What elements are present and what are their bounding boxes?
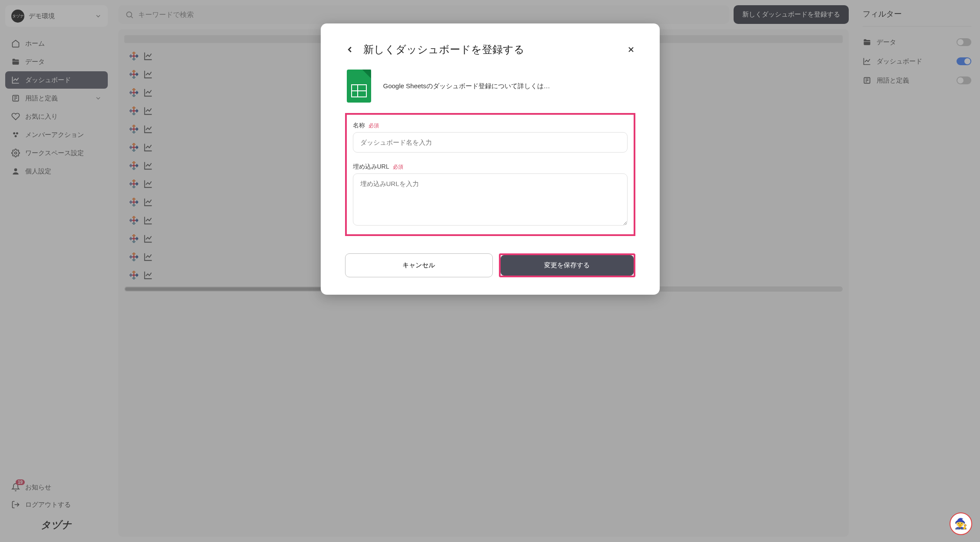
modal-info-text: Google Sheetsのダッシュボード登録について詳しくは… [383,82,550,90]
modal-title: 新しくダッシュボードを登録する [363,43,618,57]
required-tag: 必須 [369,122,379,130]
cancel-button[interactable]: キャンセル [345,253,493,277]
url-label: 埋め込みURL [353,163,389,171]
form-highlight: 名称 必須 埋め込みURL 必須 [345,113,635,236]
dashboard-name-input[interactable] [353,132,628,153]
name-label: 名称 [353,122,365,130]
close-icon[interactable] [627,45,635,54]
help-avatar[interactable]: 🧙 [950,512,972,535]
google-sheets-icon [347,70,371,103]
register-dashboard-modal: 新しくダッシュボードを登録する Google Sheetsのダッシュボード登録に… [321,23,660,295]
required-tag: 必須 [393,163,403,171]
save-highlight: 変更を保存する [499,253,635,277]
embed-url-input[interactable] [353,173,628,226]
save-button[interactable]: 変更を保存する [501,255,634,276]
back-icon[interactable] [345,45,355,54]
